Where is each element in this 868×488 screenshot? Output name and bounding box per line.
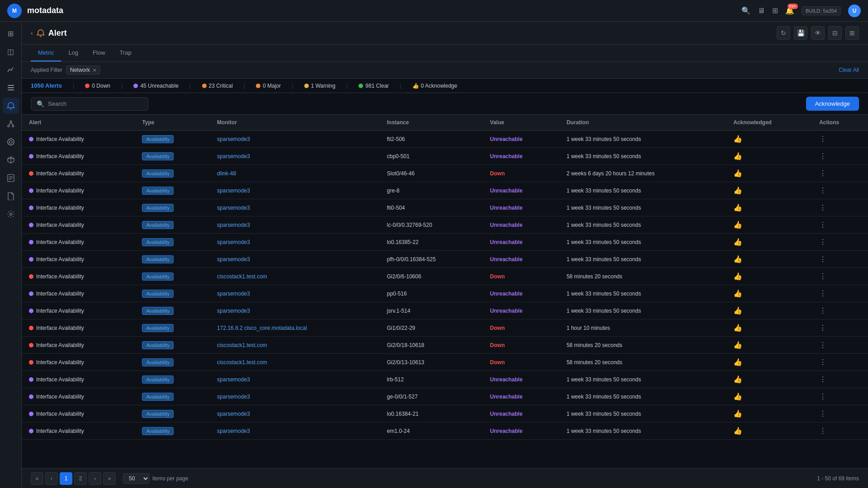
acknowledge-icon[interactable]: 👍: [733, 169, 742, 177]
prev-page-button[interactable]: ‹: [45, 472, 58, 485]
monitor-link[interactable]: 172.16.8.2 cisco_core.motadata.local: [217, 325, 307, 331]
more-actions-icon[interactable]: ⋮: [819, 238, 826, 246]
stat-critical[interactable]: 23 Critical: [202, 83, 233, 89]
remove-network-filter[interactable]: ✕: [93, 68, 96, 73]
acknowledge-icon[interactable]: 👍: [733, 375, 742, 383]
search-input[interactable]: [48, 100, 138, 107]
more-actions-icon[interactable]: ⋮: [819, 410, 826, 418]
next-page-button[interactable]: ›: [89, 472, 101, 485]
stat-major[interactable]: 0 Major: [256, 83, 281, 89]
stat-ack[interactable]: 👍 0 Acknowledge: [412, 83, 458, 89]
sidebar-item-list[interactable]: [3, 80, 19, 96]
back-button[interactable]: ‹: [31, 29, 33, 37]
more-actions-icon[interactable]: ⋮: [819, 221, 826, 229]
sidebar-item-chart[interactable]: [3, 61, 19, 78]
acknowledge-icon[interactable]: 👍: [733, 238, 742, 246]
monitor-link[interactable]: ciscostack1.test.com: [217, 342, 267, 348]
acknowledge-icon[interactable]: 👍: [733, 255, 742, 263]
stat-warning[interactable]: 1 Warning: [304, 83, 335, 89]
monitor-link[interactable]: sparsemode3: [217, 376, 250, 383]
sidebar-item-files[interactable]: [3, 188, 19, 204]
first-page-button[interactable]: «: [31, 472, 43, 485]
filter-button[interactable]: ⊟: [828, 26, 842, 40]
more-actions-icon[interactable]: ⋮: [819, 204, 826, 211]
stat-unreachable[interactable]: 45 Unreachable: [133, 83, 179, 89]
acknowledge-icon[interactable]: 👍: [733, 272, 742, 280]
monitor-link[interactable]: ciscostack1.test.com: [217, 359, 267, 366]
sidebar-item-alerts[interactable]: [3, 98, 19, 114]
columns-button[interactable]: ⊞: [845, 26, 859, 40]
acknowledge-icon[interactable]: 👍: [733, 221, 742, 229]
acknowledge-icon[interactable]: 👍: [733, 427, 742, 435]
more-actions-icon[interactable]: ⋮: [819, 135, 826, 143]
more-actions-icon[interactable]: ⋮: [819, 272, 826, 280]
tab-flow[interactable]: Flow: [85, 45, 112, 61]
tab-log[interactable]: Log: [61, 45, 85, 61]
last-page-button[interactable]: »: [103, 472, 116, 485]
acknowledge-icon[interactable]: 👍: [733, 307, 742, 314]
acknowledge-icon[interactable]: 👍: [733, 341, 742, 349]
stat-clear[interactable]: 981 Clear: [359, 83, 389, 89]
monitor-link[interactable]: sparsemode3: [217, 222, 250, 228]
monitor-link[interactable]: sparsemode3: [217, 308, 250, 314]
monitor-link[interactable]: sparsemode3: [217, 136, 250, 142]
notification-bell[interactable]: 🔔 99+: [785, 6, 794, 15]
acknowledge-icon[interactable]: 👍: [733, 290, 742, 297]
sidebar-item-topology[interactable]: [3, 116, 19, 132]
refresh-button[interactable]: ↻: [777, 26, 790, 40]
more-actions-icon[interactable]: ⋮: [819, 358, 826, 366]
more-actions-icon[interactable]: ⋮: [819, 290, 826, 297]
acknowledge-icon[interactable]: 👍: [733, 410, 742, 418]
acknowledge-icon[interactable]: 👍: [733, 187, 742, 194]
monitor-link[interactable]: sparsemode3: [217, 188, 250, 194]
acknowledge-icon[interactable]: 👍: [733, 358, 742, 366]
acknowledge-icon[interactable]: 👍: [733, 393, 742, 400]
per-page-select[interactable]: 50 25 100: [123, 473, 150, 484]
monitor-link[interactable]: sparsemode3: [217, 256, 250, 263]
acknowledge-icon[interactable]: 👍: [733, 204, 742, 211]
monitor-link[interactable]: ciscostack1.test.com: [217, 273, 267, 280]
stat-down[interactable]: 0 Down: [85, 83, 110, 89]
tab-trap[interactable]: Trap: [113, 45, 139, 61]
monitor-link[interactable]: sparsemode3: [217, 239, 250, 245]
acknowledge-icon[interactable]: 👍: [733, 135, 742, 143]
save-button[interactable]: 💾: [794, 26, 807, 40]
sidebar-item-reports[interactable]: [3, 170, 19, 186]
monitor-link[interactable]: sparsemode3: [217, 411, 250, 417]
monitor-link[interactable]: sparsemode3: [217, 428, 250, 434]
monitor-link[interactable]: sparsemode3: [217, 153, 250, 160]
sidebar-item-circle[interactable]: [3, 134, 19, 150]
total-alerts[interactable]: 1050 Alerts: [31, 82, 62, 89]
sidebar-item-layers[interactable]: ◫: [3, 43, 19, 60]
more-actions-icon[interactable]: ⋮: [819, 255, 826, 263]
acknowledge-button[interactable]: Acknowledge: [806, 97, 859, 111]
monitor-link[interactable]: dlink-48: [217, 170, 236, 177]
monitor-link[interactable]: sparsemode3: [217, 291, 250, 297]
tab-metric[interactable]: Metric: [31, 45, 61, 61]
monitor-icon[interactable]: 🖥: [758, 7, 765, 15]
more-actions-icon[interactable]: ⋮: [819, 307, 826, 314]
grid-icon[interactable]: ⊞: [772, 6, 778, 15]
avatar[interactable]: U: [848, 5, 861, 17]
more-actions-icon[interactable]: ⋮: [819, 375, 826, 383]
clear-all-filters[interactable]: Clear All: [839, 67, 859, 73]
acknowledge-icon[interactable]: 👍: [733, 324, 742, 332]
page-2-button[interactable]: 2: [74, 472, 87, 485]
more-actions-icon[interactable]: ⋮: [819, 393, 826, 400]
more-actions-icon[interactable]: ⋮: [819, 427, 826, 435]
more-actions-icon[interactable]: ⋮: [819, 341, 826, 349]
acknowledge-icon[interactable]: 👍: [733, 152, 742, 160]
more-actions-icon[interactable]: ⋮: [819, 187, 826, 194]
more-actions-icon[interactable]: ⋮: [819, 152, 826, 160]
monitor-link[interactable]: sparsemode3: [217, 394, 250, 400]
sidebar-item-dashboard[interactable]: ⊞: [3, 25, 19, 42]
network-filter-tag[interactable]: Network ✕: [66, 66, 100, 75]
page-1-button[interactable]: 1: [60, 472, 72, 485]
sidebar-item-cube[interactable]: [3, 152, 19, 168]
monitor-link[interactable]: sparsemode3: [217, 205, 250, 211]
more-actions-icon[interactable]: ⋮: [819, 324, 826, 332]
more-actions-icon[interactable]: ⋮: [819, 169, 826, 177]
search-icon[interactable]: 🔍: [741, 6, 750, 15]
sidebar-item-settings[interactable]: [3, 206, 19, 222]
view-button[interactable]: 👁: [811, 26, 825, 40]
